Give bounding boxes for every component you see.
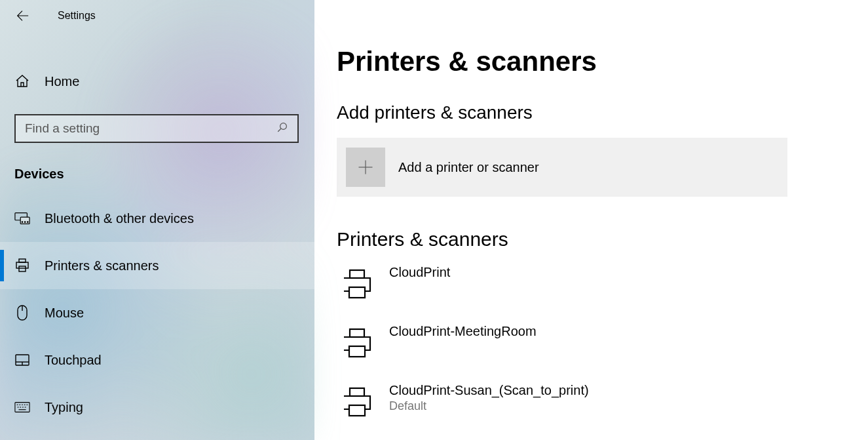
svg-point-4 xyxy=(24,222,25,222)
page-title: Printers & scanners xyxy=(337,46,848,77)
keyboard-icon xyxy=(14,399,30,415)
svg-point-0 xyxy=(280,123,287,130)
add-section-title: Add printers & scanners xyxy=(337,102,848,123)
sidebar-section-title: Devices xyxy=(0,143,314,195)
printer-icon xyxy=(339,266,375,302)
svg-rect-27 xyxy=(350,270,364,278)
mouse-icon xyxy=(14,305,30,321)
svg-rect-8 xyxy=(19,266,26,271)
printer-name: CloudPrint-Susan_(Scan_to_print) xyxy=(389,383,589,398)
svg-rect-6 xyxy=(19,259,26,262)
sidebar: Settings Home Devices xyxy=(0,0,314,440)
svg-rect-32 xyxy=(349,405,365,416)
printer-item[interactable]: CloudPrint-MeetingRoom xyxy=(337,321,848,369)
sidebar-item-label: Bluetooth & other devices xyxy=(45,211,194,226)
svg-rect-30 xyxy=(349,346,365,357)
sidebar-item-mouse[interactable]: Mouse xyxy=(0,289,314,336)
svg-point-5 xyxy=(28,222,28,222)
svg-rect-28 xyxy=(349,287,365,298)
home-label: Home xyxy=(45,74,79,89)
svg-rect-29 xyxy=(350,329,364,337)
search-icon xyxy=(276,121,288,136)
printer-icon xyxy=(14,258,30,273)
arrow-left-icon xyxy=(15,9,29,23)
printer-name: CloudPrint xyxy=(389,265,450,280)
plus-icon xyxy=(346,148,385,187)
sidebar-item-label: Mouse xyxy=(45,306,84,321)
printer-icon xyxy=(339,325,375,361)
search-input[interactable] xyxy=(25,121,276,136)
sidebar-item-touchpad[interactable]: Touchpad xyxy=(0,336,314,384)
list-section-title: Printers & scanners xyxy=(337,228,848,250)
header: Settings xyxy=(0,0,314,30)
printer-status: Default xyxy=(389,399,589,413)
sidebar-item-label: Typing xyxy=(45,400,83,415)
main-content: Printers & scanners Add printers & scann… xyxy=(314,0,868,440)
back-button[interactable] xyxy=(14,8,30,24)
app-title: Settings xyxy=(58,10,96,22)
touchpad-icon xyxy=(14,352,30,368)
sidebar-item-typing[interactable]: Typing xyxy=(0,384,314,431)
search-container xyxy=(14,114,300,143)
sidebar-item-label: Touchpad xyxy=(45,353,102,368)
printer-item[interactable]: CloudPrint xyxy=(337,262,848,310)
search-box[interactable] xyxy=(14,114,299,143)
sidebar-item-label: Printers & scanners xyxy=(45,258,159,273)
add-printer-label: Add a printer or scanner xyxy=(398,160,539,175)
sidebar-item-home[interactable]: Home xyxy=(0,58,314,105)
printer-item[interactable]: CloudPrint-Susan_(Scan_to_print) Default xyxy=(337,380,848,428)
add-printer-button[interactable]: Add a printer or scanner xyxy=(337,138,787,197)
sidebar-item-printers[interactable]: Printers & scanners xyxy=(0,242,314,289)
home-icon xyxy=(14,73,30,89)
svg-rect-7 xyxy=(16,262,28,268)
devices-icon xyxy=(14,210,30,226)
svg-point-3 xyxy=(22,222,22,222)
printer-name: CloudPrint-MeetingRoom xyxy=(389,324,537,339)
svg-rect-31 xyxy=(350,388,364,396)
printer-icon xyxy=(339,384,375,420)
sidebar-item-bluetooth[interactable]: Bluetooth & other devices xyxy=(0,195,314,242)
